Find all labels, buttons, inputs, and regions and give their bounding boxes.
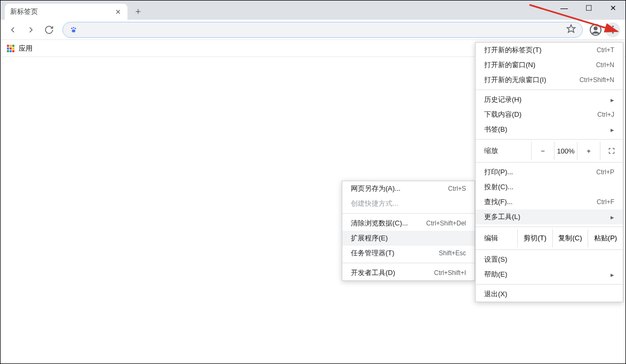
chevron-right-icon: ▸ — [611, 271, 614, 279]
submenu-extensions[interactable]: 扩展程序(E) — [342, 231, 475, 246]
titlebar: 新标签页 ✕ + — [1, 1, 625, 20]
reload-button[interactable] — [41, 22, 57, 38]
chrome-main-menu: 打开新的标签页(T)Ctrl+T 打开新的窗口(N)Ctrl+N 打开新的无痕窗… — [475, 42, 623, 302]
forward-button[interactable] — [23, 22, 39, 38]
close-window-button[interactable]: ✕ — [601, 1, 625, 15]
edit-cut-button[interactable]: 剪切(T) — [517, 229, 552, 247]
window-controls: — ☐ ✕ — [552, 1, 625, 15]
menu-settings[interactable]: 设置(S) — [476, 252, 623, 267]
menu-separator — [342, 263, 475, 263]
profile-button[interactable] — [588, 22, 603, 37]
edit-copy-button[interactable]: 复制(C) — [552, 229, 588, 247]
vertical-dots-icon — [612, 26, 614, 34]
apps-icon[interactable] — [7, 45, 14, 52]
menu-new-window[interactable]: 打开新的窗口(N)Ctrl+N — [476, 58, 623, 72]
menu-zoom: 缩放 − 100% + — [476, 142, 623, 160]
menu-history[interactable]: 历史记录(H)▸ — [476, 92, 623, 107]
menu-separator — [476, 227, 623, 227]
submenu-save-page[interactable]: 网页另存为(A)...Ctrl+S — [342, 181, 475, 196]
zoom-out-button[interactable]: − — [531, 142, 554, 160]
bookmark-star-icon[interactable] — [566, 24, 576, 35]
minimize-button[interactable]: — — [552, 1, 576, 15]
menu-downloads[interactable]: 下载内容(D)Ctrl+J — [476, 107, 623, 122]
svg-point-1 — [73, 27, 75, 28]
menu-edit: 编辑 剪切(T) 复制(C) 粘贴(P) — [476, 229, 623, 247]
menu-separator — [476, 162, 623, 163]
submenu-create-shortcut: 创建快捷方式... — [342, 196, 475, 211]
menu-separator — [476, 139, 623, 140]
browser-tab[interactable]: 新标签页 ✕ — [5, 4, 127, 20]
menu-separator — [476, 90, 623, 90]
chevron-right-icon: ▸ — [611, 126, 614, 134]
apps-label[interactable]: 应用 — [19, 44, 33, 53]
svg-point-0 — [71, 28, 73, 29]
svg-marker-4 — [567, 25, 575, 33]
svg-point-2 — [75, 28, 76, 29]
chevron-right-icon: ▸ — [611, 213, 614, 221]
submenu-clear-data[interactable]: 清除浏览数据(C)...Ctrl+Shift+Del — [342, 216, 475, 231]
menu-print[interactable]: 打印(P)...Ctrl+P — [476, 165, 623, 180]
zoom-value: 100% — [554, 142, 577, 160]
menu-exit[interactable]: 退出(X) — [476, 287, 623, 302]
toolbar — [1, 20, 625, 40]
menu-help[interactable]: 帮助(E)▸ — [476, 267, 623, 282]
menu-separator — [342, 213, 475, 214]
maximize-button[interactable]: ☐ — [576, 1, 601, 15]
menu-separator — [476, 249, 623, 250]
svg-point-3 — [72, 29, 76, 32]
submenu-dev-tools[interactable]: 开发者工具(D)Ctrl+Shift+I — [342, 265, 475, 280]
edit-paste-button[interactable]: 粘贴(P) — [588, 229, 623, 247]
submenu-task-manager[interactable]: 任务管理器(T)Shift+Esc — [342, 246, 475, 261]
svg-point-6 — [593, 26, 597, 30]
menu-more-tools[interactable]: 更多工具(L)▸ — [476, 209, 623, 224]
menu-find[interactable]: 查找(F)...Ctrl+F — [476, 195, 623, 209]
fullscreen-button[interactable] — [600, 142, 623, 160]
menu-new-tab[interactable]: 打开新的标签页(T)Ctrl+T — [476, 43, 623, 58]
chevron-right-icon: ▸ — [611, 96, 614, 104]
more-tools-submenu: 网页另存为(A)...Ctrl+S 创建快捷方式... 清除浏览数据(C)...… — [342, 181, 475, 281]
menu-bookmarks[interactable]: 书签(B)▸ — [476, 122, 623, 137]
search-engine-icon — [69, 26, 78, 34]
menu-separator — [476, 284, 623, 285]
new-tab-button[interactable]: + — [131, 4, 146, 19]
menu-incognito[interactable]: 打开新的无痕窗口(I)Ctrl+Shift+N — [476, 72, 623, 87]
menu-cast[interactable]: 投射(C)... — [476, 180, 623, 195]
zoom-in-button[interactable]: + — [577, 142, 600, 160]
address-bar[interactable] — [62, 22, 583, 38]
close-tab-icon[interactable]: ✕ — [114, 8, 122, 16]
chrome-menu-button[interactable] — [605, 22, 620, 37]
back-button[interactable] — [5, 22, 21, 38]
tab-title: 新标签页 — [10, 7, 114, 17]
